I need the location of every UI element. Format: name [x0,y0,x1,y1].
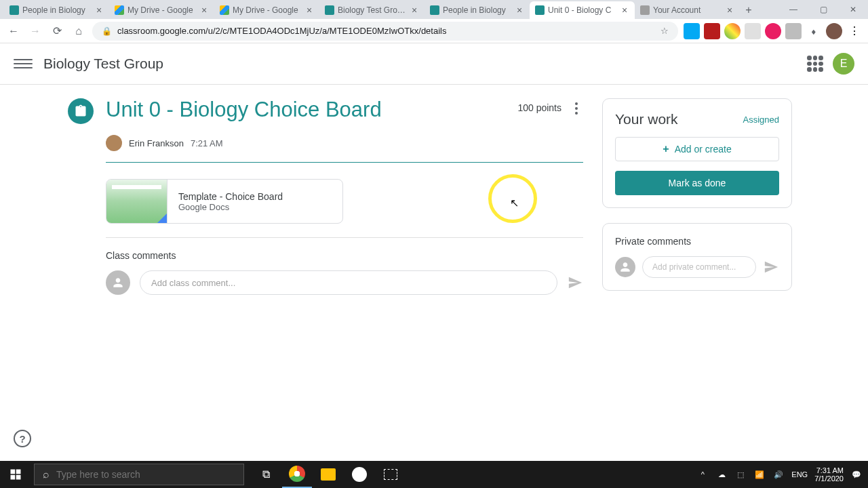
maximize-button[interactable]: ▢ [808,0,838,19]
ext-icon-5[interactable] [765,23,781,39]
taskbar-chrome[interactable] [282,461,312,488]
taskbar-search-input[interactable] [56,469,235,480]
forward-button[interactable]: → [27,23,43,39]
add-or-create-button[interactable]: + Add or create [615,137,779,161]
close-icon[interactable]: × [620,5,629,15]
address-bar: ← → ⟳ ⌂ 🔒 classroom.google.com/u/2/c/MTE… [0,19,868,43]
attachment-subtitle: Google Docs [178,202,283,212]
divider [106,162,583,163]
class-title[interactable]: Biology Test Group [43,56,163,72]
close-icon[interactable]: × [199,5,209,15]
your-work-title: Your work [615,111,678,127]
svg-rect-0 [11,470,16,474]
tray-chevron-up-icon[interactable]: ^ [696,468,709,481]
close-icon[interactable]: × [94,5,104,15]
toolbar-extensions: ⬧ ⋮ [684,23,863,39]
tab-title: Biology Test Group [338,5,406,15]
tab-4[interactable]: People in Biology× [425,1,530,19]
tray-language[interactable]: ENG [791,470,808,479]
bookmark-star-icon[interactable]: ☆ [660,26,669,36]
minimize-button[interactable]: — [778,0,808,19]
private-comments-title: Private comments [615,236,779,247]
send-comment-button[interactable] [567,274,583,291]
tray-date: 7/1/2020 [814,474,844,483]
ext-icon-2[interactable] [704,23,720,39]
assignment-status: Assigned [743,115,779,125]
author-name: Erin Frankson [129,138,184,148]
tray-notifications-icon[interactable]: 💬 [850,468,863,481]
tab-title: People in Biology [22,5,91,15]
account-avatar[interactable]: E [833,53,854,75]
class-comments-label: Class comments [106,250,583,261]
close-icon[interactable]: × [304,5,314,15]
tab-2[interactable]: My Drive - Google× [214,1,319,19]
new-tab-button[interactable]: + [740,1,757,19]
classroom-icon [9,5,19,15]
ext-icon-6[interactable] [785,23,802,39]
classroom-icon [535,5,545,15]
url-text: classroom.google.com/u/2/c/MTE1ODA4ODc1M… [117,26,446,36]
svg-rect-2 [11,475,16,480]
ext-icon-1[interactable] [684,23,700,39]
tray-network-icon[interactable]: ⬚ [734,468,747,481]
account-icon [640,5,650,15]
ext-icon-3[interactable] [724,23,741,39]
back-button[interactable]: ← [5,23,22,39]
taskbar-app-1[interactable] [344,461,374,488]
chrome-menu-icon[interactable]: ⋮ [846,23,863,39]
search-icon: ⌕ [43,468,50,481]
browser-tab-strip: People in Biology× My Drive - Google× My… [0,0,868,19]
tray-volume-icon[interactable]: 🔊 [772,468,785,481]
close-icon[interactable]: × [515,5,524,15]
google-apps-button[interactable] [807,56,823,72]
reload-button[interactable]: ⟳ [49,23,65,39]
tray-clock[interactable]: 7:31 AM 7/1/2020 [814,466,844,483]
profile-avatar[interactable] [826,23,842,39]
main-menu-button[interactable] [14,54,33,73]
home-button[interactable]: ⌂ [71,23,87,39]
private-comment-input[interactable]: Add private comment... [642,256,756,278]
tab-title: My Drive - Google [127,5,196,15]
drive-icon [220,5,229,15]
tab-0[interactable]: People in Biology× [4,1,109,19]
url-input[interactable]: 🔒 classroom.google.com/u/2/c/MTE1ODA4ODc… [92,22,678,41]
tab-5-active[interactable]: Unit 0 - Biology C× [530,1,635,19]
drive-icon [115,5,124,15]
tab-title: Your Account [653,5,722,15]
extensions-icon[interactable]: ⬧ [806,23,822,39]
user-avatar [615,257,635,277]
attachment-card[interactable]: Template - Choice Board Google Docs [106,179,343,224]
taskbar-explorer[interactable] [313,461,343,488]
tabs-row: People in Biology× My Drive - Google× My… [0,0,778,19]
class-comment-input[interactable]: Add class comment... [140,270,557,295]
help-button[interactable]: ? [14,430,31,447]
start-button[interactable] [0,461,31,488]
tray-onedrive-icon[interactable]: ☁ [715,468,728,481]
assignment-more-button[interactable] [570,102,583,115]
classroom-header: Biology Test Group E [0,43,868,85]
assignment-icon [68,98,94,124]
close-window-button[interactable]: ✕ [838,0,868,19]
taskbar-search[interactable]: ⌕ [34,464,244,485]
close-icon[interactable]: × [725,5,734,15]
attachment-title: Template - Choice Board [178,191,283,202]
tray-wifi-icon[interactable]: 📶 [753,468,766,481]
plus-icon: + [663,143,669,155]
author-avatar [106,135,122,151]
mark-as-done-button[interactable]: Mark as done [615,171,779,195]
divider [106,237,583,238]
attachment-thumbnail [106,180,167,223]
send-private-comment-button[interactable] [763,259,779,275]
classroom-icon [430,5,439,15]
tab-1[interactable]: My Drive - Google× [109,1,214,19]
tab-title: My Drive - Google [233,5,301,15]
task-view-button[interactable]: ⧉ [251,461,281,488]
tab-3[interactable]: Biology Test Group× [319,1,425,19]
windows-taskbar: ⌕ ⧉ ^ ☁ ⬚ 📶 🔊 ENG 7:31 AM 7/1/2020 💬 [0,461,868,488]
ext-icon-4[interactable] [745,23,761,39]
points-label: 100 points [517,102,561,113]
window-controls: — ▢ ✕ [778,0,868,19]
close-icon[interactable]: × [410,5,419,15]
taskbar-app-2[interactable] [376,461,406,488]
tab-6[interactable]: Your Account× [635,1,740,19]
